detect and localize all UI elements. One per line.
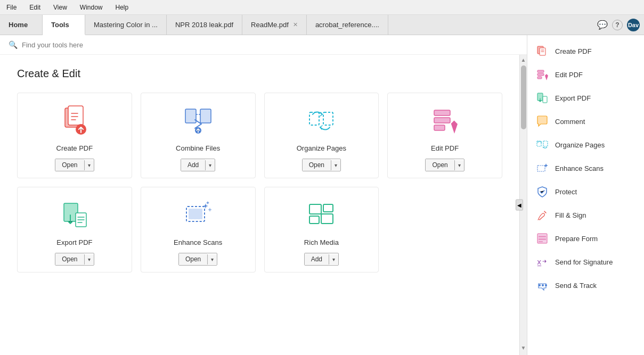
export-pdf-dropdown-btn[interactable]: ▾	[84, 254, 94, 265]
menu-view[interactable]: View	[51, 3, 69, 12]
svg-rect-4	[200, 109, 211, 123]
combine-files-add-btn[interactable]: Add	[181, 159, 205, 171]
edit-pdf-dropdown-btn[interactable]: ▾	[454, 160, 464, 170]
tab-tools[interactable]: Tools	[43, 15, 85, 35]
sidebar-send-signature-label: Send for Signature	[555, 258, 613, 266]
menu-window[interactable]: Window	[78, 3, 105, 12]
scroll-area: ▲ ◀ ▼	[519, 55, 527, 355]
tool-card-edit-pdf[interactable]: Edit PDF Open ▾	[387, 93, 502, 178]
sidebar-item-enhance-scans[interactable]: Enhance Scans	[527, 156, 644, 180]
sidebar-item-prepare-form[interactable]: Prepare Form	[527, 227, 644, 250]
svg-rect-15	[309, 204, 321, 214]
menu-help[interactable]: Help	[113, 3, 131, 12]
tab-readme-close[interactable]: ✕	[293, 21, 298, 28]
create-pdf-label: Create PDF	[56, 144, 93, 152]
scroll-up-arrow[interactable]: ▲	[521, 55, 526, 65]
sidebar-edit-pdf-icon	[536, 68, 549, 81]
sidebar-item-create-pdf[interactable]: Create PDF	[527, 39, 644, 63]
svg-rect-21	[537, 70, 544, 72]
sidebar-fill-sign-icon	[536, 209, 549, 221]
sidebar-item-organize-pages[interactable]: Organize Pages	[527, 133, 644, 156]
search-icon: 🔍	[9, 40, 18, 49]
sidebar-fill-sign-label: Fill & Sign	[555, 211, 586, 219]
edit-pdf-btn-group: Open ▾	[425, 159, 464, 171]
combine-files-dropdown-btn[interactable]: ▾	[205, 160, 215, 170]
sidebar-protect-label: Protect	[555, 188, 577, 196]
tool-card-enhance-scans[interactable]: Enhance Scans Open ▾	[141, 187, 256, 273]
svg-rect-18	[321, 214, 333, 224]
combine-files-icon	[181, 104, 215, 138]
menu-file[interactable]: File	[4, 3, 19, 12]
svg-rect-31	[539, 238, 546, 240]
enhance-scans-dropdown-btn[interactable]: ▾	[207, 254, 217, 265]
svg-rect-16	[323, 204, 333, 212]
search-input[interactable]	[22, 41, 518, 49]
create-pdf-dropdown-btn[interactable]: ▾	[84, 160, 94, 170]
tab-acrobat-reference[interactable]: acrobat_reference....	[307, 15, 388, 35]
svg-rect-14	[189, 209, 202, 219]
export-pdf-label: Export PDF	[56, 238, 92, 246]
sidebar-comment-icon	[536, 115, 549, 128]
sidebar-comment-label: Comment	[555, 118, 585, 126]
rich-media-add-btn[interactable]: Add	[305, 253, 329, 265]
scroll-down-arrow[interactable]: ▼	[521, 343, 526, 353]
sidebar-protect-icon	[536, 185, 549, 198]
export-pdf-icon	[58, 198, 92, 232]
main-content: 🔍 Create & Edit	[0, 35, 527, 355]
sidebar-edit-pdf-label: Edit PDF	[555, 71, 583, 79]
edit-pdf-open-btn[interactable]: Open	[426, 159, 454, 171]
svg-rect-32	[539, 241, 543, 242]
tab-mastering-color[interactable]: Mastering Color in ...	[85, 15, 167, 35]
rich-media-label: Rich Media	[304, 238, 339, 246]
menu-edit[interactable]: Edit	[27, 3, 43, 12]
svg-rect-28	[537, 166, 545, 171]
enhance-scans-label: Enhance Scans	[174, 238, 222, 246]
sidebar-item-export-pdf[interactable]: Export PDF	[527, 86, 644, 110]
menu-bar: File Edit View Window Help	[0, 0, 644, 15]
organize-pages-dropdown-btn[interactable]: ▾	[331, 160, 340, 170]
sidebar-panel: Create PDF Edit PDF	[527, 35, 644, 355]
enhance-scans-open-btn[interactable]: Open	[179, 253, 207, 265]
tab-npr[interactable]: NPR 2018 leak.pdf	[167, 15, 242, 35]
sidebar-item-edit-pdf[interactable]: Edit PDF	[527, 63, 644, 86]
tool-card-rich-media[interactable]: Rich Media Add ▾	[264, 187, 379, 273]
tool-card-export-pdf[interactable]: Export PDF Open ▾	[17, 187, 132, 273]
svg-rect-8	[434, 110, 450, 115]
sidebar-prepare-form-icon	[536, 232, 549, 245]
tool-card-organize-pages[interactable]: Organize Pages Open ▾	[264, 93, 379, 178]
sidebar-send-signature-icon: x̲	[536, 255, 549, 268]
organize-pages-open-btn[interactable]: Open	[303, 159, 331, 171]
chat-icon[interactable]: 💬	[597, 20, 608, 30]
search-bar: 🔍	[0, 35, 527, 55]
section-title: Create & Edit	[17, 68, 502, 80]
sidebar-item-comment[interactable]: Comment	[527, 110, 644, 133]
svg-text:x̲: x̲	[537, 258, 542, 266]
enhance-scans-btn-group: Open ▾	[178, 253, 217, 266]
rich-media-dropdown-btn[interactable]: ▾	[329, 254, 338, 265]
svg-rect-22	[537, 73, 544, 76]
sidebar-prepare-form-label: Prepare Form	[555, 235, 598, 243]
tab-readme[interactable]: ReadMe.pdf ✕	[242, 15, 307, 35]
tab-home[interactable]: Home	[0, 15, 43, 35]
sidebar-export-pdf-label: Export PDF	[555, 94, 591, 102]
sidebar-item-send-track[interactable]: Send & Track	[527, 274, 644, 297]
user-avatar[interactable]: Dav	[627, 19, 640, 31]
app-body: 🔍 Create & Edit	[0, 35, 644, 355]
svg-rect-17	[309, 216, 319, 224]
sidebar-item-fill-sign[interactable]: Fill & Sign	[527, 203, 644, 227]
panel-collapse-btn[interactable]: ◀	[516, 200, 523, 211]
svg-rect-3	[185, 109, 196, 123]
tool-card-create-pdf[interactable]: Create PDF Open ▾	[17, 93, 132, 178]
tool-card-combine-files[interactable]: Combine Files Add ▾	[141, 93, 256, 178]
help-icon[interactable]: ?	[612, 20, 623, 30]
sidebar-send-track-label: Send & Track	[555, 282, 597, 290]
edit-pdf-icon	[428, 104, 462, 138]
sidebar-item-protect[interactable]: Protect	[527, 180, 644, 203]
sidebar-item-send-signature[interactable]: x̲ Send for Signature	[527, 250, 644, 274]
tools-area: Create & Edit	[0, 55, 519, 355]
create-pdf-open-btn[interactable]: Open	[55, 159, 84, 171]
scroll-thumb[interactable]	[521, 65, 526, 129]
svg-rect-30	[539, 236, 546, 237]
export-pdf-open-btn[interactable]: Open	[55, 253, 84, 265]
combine-files-label: Combine Files	[176, 144, 220, 152]
